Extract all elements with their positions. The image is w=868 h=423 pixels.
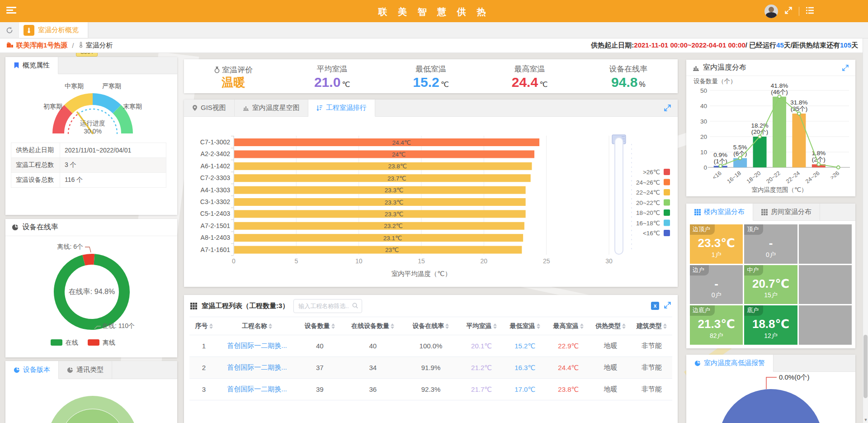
sort-caret[interactable]: [537, 323, 540, 329]
hist-bar[interactable]: [792, 114, 806, 167]
tab-room-temp[interactable]: 房间室温分布: [753, 204, 820, 220]
cell-tag: 中户: [744, 265, 763, 276]
sort-caret[interactable]: [209, 323, 213, 329]
rank-bar[interactable]: [234, 198, 526, 206]
tab-overview-attrs[interactable]: 概览属性: [5, 57, 58, 74]
expand-icon[interactable]: [842, 64, 849, 71]
svg-text:A8-1-2403: A8-1-2403: [201, 234, 231, 241]
grid-cell-边底户[interactable]: 边底户21.3℃82户: [690, 305, 743, 345]
sort-caret[interactable]: [580, 323, 584, 329]
alarm-pie-slice[interactable]: [719, 389, 823, 423]
user-avatar[interactable]: [764, 5, 778, 18]
legend-swatch[interactable]: [664, 220, 670, 226]
expand-icon[interactable]: [664, 301, 671, 311]
panel-title: 室内温度分布: [703, 63, 746, 72]
legend-swatch[interactable]: [664, 169, 670, 175]
grid-cell-底户[interactable]: 底户18.8℃12户: [744, 305, 797, 345]
stat-value: 24.4℃: [512, 76, 547, 89]
tab-device-version[interactable]: 设备版本: [5, 361, 59, 379]
tab-temp-alarm[interactable]: 室内温度高低温报警: [686, 355, 774, 372]
sort-caret[interactable]: [391, 323, 394, 329]
tab-comm-type[interactable]: 通讯类型: [59, 361, 112, 379]
rank-bar[interactable]: [234, 162, 532, 170]
svg-text:20~22: 20~22: [765, 170, 781, 185]
hist-marker[interactable]: [739, 157, 742, 160]
sort-caret[interactable]: [493, 323, 497, 329]
refresh-icon[interactable]: [0, 22, 19, 38]
col-header[interactable]: 序号: [189, 317, 218, 335]
hist-marker[interactable]: [837, 166, 840, 169]
hist-marker[interactable]: [758, 135, 761, 138]
sort-caret[interactable]: [269, 323, 272, 329]
rank-bar[interactable]: [234, 150, 534, 158]
col-header[interactable]: 设备数量: [296, 317, 344, 335]
table-row[interactable]: 3首创国际一二期换...393692.3%21.7℃17.0℃23.8℃地暖非节…: [189, 379, 672, 400]
table-row[interactable]: 2首创国际一二期换...373491.9%21.2℃16.3℃24.4℃地暖非节…: [189, 357, 672, 379]
rank-bar[interactable]: [234, 246, 522, 254]
sort-caret[interactable]: [663, 323, 667, 329]
sort-caret[interactable]: [445, 323, 449, 329]
tab-building-temp[interactable]: 楼内室温分布: [686, 204, 753, 221]
medal-icon: [214, 66, 220, 74]
scrollbar-down-arrow[interactable]: ▼: [863, 418, 868, 422]
scrollbar-thumb[interactable]: [863, 335, 868, 398]
col-header[interactable]: 最低室温: [503, 317, 547, 335]
grid-cell-empty[interactable]: [799, 265, 852, 304]
cell-count: 0户: [690, 291, 743, 299]
col-header[interactable]: 工程名称: [218, 317, 296, 335]
export-excel-icon[interactable]: x: [651, 302, 659, 310]
rank-bar[interactable]: [234, 174, 531, 182]
tab-temp-starmap[interactable]: 室内温度星空图: [235, 100, 308, 116]
expand-icon[interactable]: [664, 100, 678, 116]
hist-marker[interactable]: [817, 163, 820, 166]
grid-cell-empty[interactable]: [799, 305, 852, 345]
cell-name[interactable]: 首创国际一二期换...: [218, 335, 296, 357]
legend-swatch[interactable]: [664, 200, 670, 206]
table-row[interactable]: 1首创国际一二期换...4040100.0%20.1℃15.2℃22.9℃地暖非…: [189, 335, 672, 357]
rank-bar[interactable]: [234, 234, 523, 242]
col-header[interactable]: 最高室温: [547, 317, 590, 335]
legend-swatch[interactable]: [664, 230, 670, 236]
right-menu-icon[interactable]: [806, 7, 815, 16]
col-header[interactable]: 建筑类型: [631, 317, 672, 335]
grid-cell-中户[interactable]: 中户20.7℃15户: [744, 265, 797, 304]
fullscreen-icon[interactable]: [784, 6, 793, 16]
legend-swatch[interactable]: [51, 339, 62, 346]
rank-bar[interactable]: [234, 186, 526, 194]
col-header[interactable]: 在线设备数量: [344, 317, 402, 335]
tab-gis-view[interactable]: GIS视图: [184, 100, 235, 116]
cell-name[interactable]: 首创国际一二期换...: [218, 357, 296, 379]
donut-offline-slice[interactable]: [84, 259, 94, 260]
legend-swatch[interactable]: [664, 189, 670, 195]
grid-cell-边户[interactable]: 边户-0户: [690, 265, 743, 304]
rank-bar[interactable]: [234, 210, 526, 218]
rank-bar[interactable]: [234, 138, 539, 146]
tab-project-temp-rank[interactable]: 工程室温排行: [308, 100, 375, 117]
grid-cell-empty[interactable]: [799, 224, 852, 264]
search-icon[interactable]: [352, 302, 359, 311]
overview-info-table: 供热起止日期2021/11/01~2022/04/01室温工程总数3 个室温设备…: [11, 143, 166, 188]
sort-caret[interactable]: [622, 323, 626, 329]
col-header[interactable]: 平均室温: [460, 317, 503, 335]
rank-bar[interactable]: [234, 222, 524, 230]
col-header[interactable]: 设备在线率: [402, 317, 460, 335]
col-header[interactable]: 供热类型: [590, 317, 631, 335]
grid-cell-边顶户[interactable]: 边顶户23.3℃1户: [690, 224, 743, 264]
legend-swatch[interactable]: [664, 179, 670, 185]
pie-icon: [694, 360, 701, 366]
legend-swatch[interactable]: [664, 209, 670, 216]
grid-icon: [694, 209, 701, 215]
heating-period-info: 供热起止日期:2021-11-01 00:00~2022-04-01 00:00…: [591, 41, 858, 50]
sort-caret[interactable]: [331, 323, 335, 329]
svg-text:在线: 在线: [65, 339, 78, 346]
tab-room-temp-overview[interactable]: 室温分析概览: [19, 22, 88, 38]
hist-marker[interactable]: [797, 112, 801, 115]
hist-marker[interactable]: [719, 164, 722, 167]
svg-text:41.8%: 41.8%: [771, 82, 788, 89]
cell-temp: 23.3℃: [690, 236, 743, 250]
breadcrumb-source-link[interactable]: 联美浑南1号热源: [16, 41, 67, 50]
legend-swatch[interactable]: [88, 339, 99, 346]
hist-marker[interactable]: [778, 95, 781, 98]
grid-cell-顶户[interactable]: 顶户-0户: [744, 224, 797, 264]
cell-name[interactable]: 首创国际一二期换...: [218, 379, 296, 400]
